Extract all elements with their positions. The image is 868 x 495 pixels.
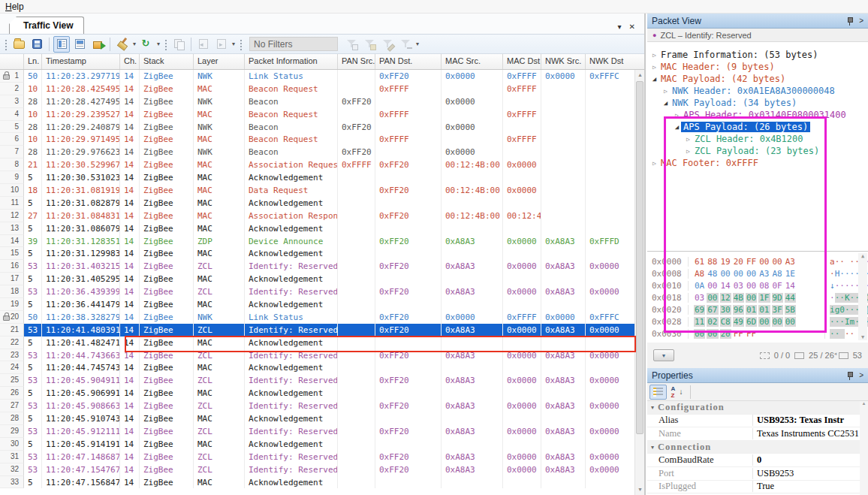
table-row[interactable]: 101811:20:31.08191914ZigBeeMACData Reque… <box>0 184 634 197</box>
table-row[interactable]: 33511:20:47.15684714ZigBeeMACAcknowledge… <box>0 476 634 489</box>
table-row[interactable]: 122711:20:31.08483114ZigBeeMACAssociatio… <box>0 210 634 222</box>
tree-item-mac-payload[interactable]: ◢MAC Payload: (42 bytes) <box>647 73 868 85</box>
dropdown-caret-icon[interactable]: ▾ <box>231 41 237 47</box>
category-collapse-icon[interactable]: ▾ <box>647 444 658 451</box>
previous-packet-button[interactable] <box>195 36 212 53</box>
column-header-timestamp[interactable]: Timestamp <box>42 54 120 69</box>
tree-item-aps-header[interactable]: ▷APS Header: 0x03140F0800031400 <box>647 109 868 121</box>
scroll-down-arrow-icon[interactable]: ▼ <box>635 484 645 495</box>
table-row[interactable]: 275311:20:45.90866314ZigBeeZCLIdentify: … <box>0 400 634 412</box>
column-header-stack[interactable]: Stack <box>140 54 194 69</box>
table-row[interactable]: 82111:20:30.52996714ZigBeeMACAssociation… <box>0 158 634 171</box>
table-row[interactable]: 165311:20:31.40321514ZigBeeZCLIdentify: … <box>0 260 634 273</box>
table-row[interactable]: 205011:20:38.32827914ZigBeeNWKLink Statu… <box>0 311 634 324</box>
hex-row[interactable]: 0x00206967309601013F5Big0···?[ <box>652 303 868 315</box>
table-row[interactable]: 325311:20:47.15476714ZigBeeZCLIdentify: … <box>0 463 634 476</box>
table-row[interactable]: 28511:20:45.91074314ZigBeeMACAcknowledge… <box>0 412 634 425</box>
column-header-mac-dst[interactable]: MAC Dst <box>503 54 541 69</box>
collapsed-arrow-icon[interactable]: ▷ <box>684 136 692 143</box>
expanded-arrow-icon[interactable]: ◢ <box>673 123 681 131</box>
scrollbar-thumb[interactable] <box>636 81 643 434</box>
categorized-view-button[interactable] <box>649 385 667 400</box>
table-row[interactable]: 52811:20:29.24087914ZigBeeNWKBeacon0xFF2… <box>0 121 634 134</box>
collapsed-arrow-icon[interactable]: ▷ <box>650 52 659 59</box>
hex-scroll-up-icon[interactable]: ▲ <box>858 253 867 259</box>
table-row[interactable]: 15011:20:23.29771914ZigBeeNWKLink Status… <box>0 70 634 83</box>
hex-row[interactable]: 0x00281102C8496D000000···Im··· <box>652 315 868 327</box>
clear-filter-button[interactable] <box>114 36 131 53</box>
expanded-arrow-icon[interactable]: ◢ <box>650 75 659 83</box>
alphabetical-sort-button[interactable]: ↓ <box>668 385 686 400</box>
column-header-ch[interactable]: Ch. <box>120 54 140 69</box>
table-row[interactable]: 24511:20:44.74574314ZigBeeMACAcknowledge… <box>0 361 634 374</box>
properties-scrollbar[interactable]: ▲ <box>860 401 868 495</box>
column-header-mac-src[interactable]: MAC Src. <box>442 54 503 69</box>
table-row[interactable]: 21011:20:28.42549514ZigBeeMACBeacon Requ… <box>0 83 634 95</box>
close-tab-icon[interactable]: ✕ <box>629 23 635 31</box>
hex-row[interactable]: 0x000061881920FF0000A3a·· ···· <box>652 255 868 267</box>
table-row[interactable]: 26511:20:45.90699114ZigBeeMACAcknowledge… <box>0 387 634 400</box>
tree-item-aps-payload[interactable]: ◢APS Payload: (26 bytes) <box>647 121 868 133</box>
table-row[interactable]: 32811:20:28.42749514ZigBeeNWKBeacon0xFF2… <box>0 95 634 108</box>
dropdown-caret-icon[interactable]: ▾ <box>155 41 161 47</box>
property-value[interactable]: 0 <box>752 454 868 466</box>
table-row[interactable]: 295311:20:45.91211114ZigBeeZCLIdentify: … <box>0 425 634 438</box>
collapsed-arrow-icon[interactable]: ▷ <box>684 148 692 155</box>
collapsed-arrow-icon[interactable]: ▷ <box>662 88 670 95</box>
table-row[interactable]: 235311:20:44.74366314ZigBeeZCLIdentify: … <box>0 349 634 362</box>
table-row[interactable]: 215311:20:41.48039114ZigBeeZCLIdentify: … <box>0 324 634 337</box>
table-row[interactable]: 19511:20:36.44147914ZigBeeMACAcknowledge… <box>0 298 634 311</box>
traffic-vertical-scrollbar[interactable]: ▲ ▼ <box>634 70 644 495</box>
column-header-nwk-dst[interactable]: NWK Dst <box>586 54 644 69</box>
column-header-ln[interactable]: Ln. <box>24 54 42 69</box>
dropdown-caret-icon[interactable]: ▾ <box>414 41 420 47</box>
property-value[interactable]: True <box>752 481 868 492</box>
collapsed-arrow-icon[interactable]: ▷ <box>673 112 681 119</box>
tree-item-nwk-payload[interactable]: ◢NWK Payload: (34 bytes) <box>647 97 868 109</box>
open-capture-button[interactable] <box>11 36 27 53</box>
hex-view-dropdown-button[interactable]: ▼ <box>653 349 674 361</box>
hex-row[interactable]: 0x0030000020FFFF·· ·· <box>652 327 868 340</box>
table-row[interactable]: 72811:20:29.97662314ZigBeeNWKBeacon0xFF2… <box>0 146 634 158</box>
tree-item-nwk-header[interactable]: ▷NWK Header: 0x0A1EA8A300000048 <box>647 85 868 97</box>
tree-item-mac-footer[interactable]: ▷MAC Footer: 0xFFFF <box>647 157 868 169</box>
table-row[interactable]: 185311:20:36.43939914ZigBeeZCLIdentify: … <box>0 285 634 298</box>
filter-edit-button[interactable] <box>379 36 396 53</box>
traffic-view-toggle-button[interactable] <box>53 36 70 53</box>
column-header-pan-src[interactable]: PAN Src. <box>338 54 375 69</box>
property-category-connection[interactable]: ▾Connection <box>647 441 868 454</box>
table-row[interactable]: 15511:20:31.12998314ZigBeeMACAcknowledge… <box>0 247 634 260</box>
hex-row[interactable]: 0x0008A848000000A3A81E·H······ <box>652 267 868 279</box>
table-row[interactable]: 30511:20:45.91419114ZigBeeMACAcknowledge… <box>0 438 634 451</box>
hex-row[interactable]: 0x00180300124B001F9D44···K···D <box>652 291 868 303</box>
tree-item-zcl-header[interactable]: ▷ZCL Header: 0x4B1200 <box>647 133 868 145</box>
copy-packets-button[interactable] <box>170 36 187 53</box>
filter-highlight-button[interactable] <box>361 36 378 53</box>
collapsed-arrow-icon[interactable]: ▷ <box>650 64 659 71</box>
tab-list-dropdown-icon[interactable]: ▾ <box>618 23 622 31</box>
filter-input[interactable] <box>249 37 338 51</box>
next-packet-button[interactable] <box>213 36 230 53</box>
column-header-packet-information[interactable]: Packet Information <box>245 54 338 69</box>
property-value[interactable]: USB9253: Texas Instr <box>752 415 868 426</box>
export-capture-button[interactable] <box>89 36 106 53</box>
pin-icon[interactable] <box>846 17 853 26</box>
tab-traffic-view[interactable]: Traffic View <box>9 17 84 34</box>
table-row[interactable]: 22511:20:41.48247114ZigBeeMACAcknowledge… <box>0 337 634 349</box>
table-row[interactable]: 11511:20:31.08287914ZigBeeMACAcknowledge… <box>0 197 634 210</box>
tree-item-frame-information[interactable]: ▷Frame Information: (53 bytes) <box>647 49 868 61</box>
table-row[interactable]: 315311:20:47.14868714ZigBeeZCLIdentify: … <box>0 451 634 463</box>
table-row[interactable]: 61011:20:29.97149514ZigBeeMACBeacon Requ… <box>0 133 634 146</box>
hex-scrollbar[interactable]: ▲ ▼ <box>858 253 867 340</box>
collapsed-arrow-icon[interactable]: ▷ <box>650 160 659 167</box>
table-row[interactable]: 143911:20:31.12835114ZigBeeZDPDevice Ann… <box>0 235 634 248</box>
tree-item-mac-header[interactable]: ▷MAC Header: (9 bytes) <box>647 61 868 73</box>
properties-chevron-right-icon[interactable]: > <box>859 371 863 379</box>
property-category-configuration[interactable]: ▾Configuration <box>647 401 868 415</box>
tree-item-zcl-payload[interactable]: ▷ZCL Payload: (23 bytes) <box>647 145 868 157</box>
column-header-nwk-src[interactable]: NWK Src. <box>541 54 586 69</box>
hex-scroll-down-icon[interactable]: ▼ <box>858 334 867 340</box>
capture-settings-button[interactable] <box>138 36 155 53</box>
table-row[interactable]: 255311:20:45.90491114ZigBeeZCLIdentify: … <box>0 374 634 387</box>
filter-remove-button[interactable] <box>397 36 414 53</box>
